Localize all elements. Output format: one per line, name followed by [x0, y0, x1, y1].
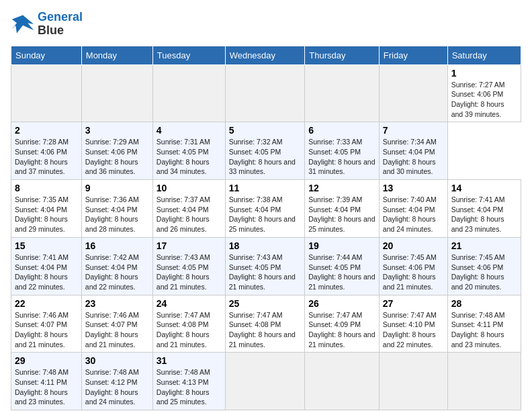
col-header-friday: Friday [379, 46, 447, 64]
day-cell-6: 6 Sunrise: 7:33 AMSunset: 4:05 PMDayligh… [305, 122, 380, 180]
logo-text: GeneralBlue [38, 11, 83, 38]
day-info: Sunrise: 7:37 AMSunset: 4:04 PMDaylight:… [157, 195, 222, 234]
day-info: Sunrise: 7:46 AMSunset: 4:07 PMDaylight:… [85, 310, 149, 350]
day-number: 8 [15, 183, 78, 193]
empty-cell [225, 64, 305, 122]
day-info: Sunrise: 7:35 AMSunset: 4:04 PMDaylight:… [15, 195, 78, 234]
day-info: Sunrise: 7:48 AMSunset: 4:11 PMDaylight:… [451, 310, 517, 350]
day-cell-1: 1 Sunrise: 7:27 AMSunset: 4:06 PMDayligh… [447, 64, 521, 122]
day-info: Sunrise: 7:45 AMSunset: 4:06 PMDaylight:… [451, 253, 517, 292]
day-number: 13 [383, 183, 444, 193]
day-number: 31 [157, 355, 222, 366]
day-cell-16: 16 Sunrise: 7:42 AMSunset: 4:04 PMDaylig… [81, 237, 152, 295]
day-number: 7 [383, 125, 444, 136]
day-info: Sunrise: 7:43 AMSunset: 4:05 PMDaylight:… [157, 253, 222, 292]
day-cell-23: 23 Sunrise: 7:46 AMSunset: 4:07 PMDaylig… [81, 295, 152, 353]
day-number: 11 [229, 183, 302, 193]
week-row-6: 29 Sunrise: 7:48 AMSunset: 4:11 PMDaylig… [11, 353, 521, 410]
day-info: Sunrise: 7:36 AMSunset: 4:04 PMDaylight:… [85, 195, 149, 234]
day-cell-10: 10 Sunrise: 7:37 AMSunset: 4:04 PMDaylig… [152, 180, 225, 238]
col-header-wednesday: Wednesday [225, 46, 305, 64]
day-info: Sunrise: 7:47 AMSunset: 4:08 PMDaylight:… [229, 310, 302, 350]
day-number: 19 [308, 240, 375, 251]
day-info: Sunrise: 7:34 AMSunset: 4:04 PMDaylight:… [383, 137, 444, 177]
calendar-table: SundayMondayTuesdayWednesdayThursdayFrid… [11, 46, 521, 411]
empty-cell [305, 353, 380, 410]
day-number: 29 [15, 355, 78, 366]
day-number: 14 [451, 183, 517, 193]
day-number: 28 [451, 298, 517, 309]
day-number: 12 [308, 183, 375, 193]
calendar-header-row: SundayMondayTuesdayWednesdayThursdayFrid… [11, 46, 521, 64]
day-cell-25: 25 Sunrise: 7:47 AMSunset: 4:08 PMDaylig… [225, 295, 305, 353]
day-cell-8: 8 Sunrise: 7:35 AMSunset: 4:04 PMDayligh… [11, 180, 82, 238]
day-cell-22: 22 Sunrise: 7:46 AMSunset: 4:07 PMDaylig… [11, 295, 82, 353]
col-header-saturday: Saturday [447, 46, 521, 64]
day-number: 16 [85, 240, 149, 251]
day-info: Sunrise: 7:47 AMSunset: 4:10 PMDaylight:… [383, 310, 444, 350]
day-info: Sunrise: 7:41 AMSunset: 4:04 PMDaylight:… [451, 195, 517, 234]
day-cell-5: 5 Sunrise: 7:32 AMSunset: 4:05 PMDayligh… [225, 122, 305, 180]
empty-cell [379, 64, 447, 122]
day-cell-21: 21 Sunrise: 7:45 AMSunset: 4:06 PMDaylig… [447, 237, 521, 295]
week-row-3: 8 Sunrise: 7:35 AMSunset: 4:04 PMDayligh… [11, 180, 521, 238]
logo-icon [11, 12, 35, 36]
col-header-thursday: Thursday [305, 46, 380, 64]
week-row-5: 22 Sunrise: 7:46 AMSunset: 4:07 PMDaylig… [11, 295, 521, 353]
day-cell-9: 9 Sunrise: 7:36 AMSunset: 4:04 PMDayligh… [81, 180, 152, 238]
page-header: GeneralBlue [11, 11, 521, 38]
empty-cell [11, 64, 82, 122]
day-info: Sunrise: 7:33 AMSunset: 4:05 PMDaylight:… [308, 137, 375, 177]
day-number: 17 [157, 240, 222, 251]
day-info: Sunrise: 7:39 AMSunset: 4:04 PMDaylight:… [308, 195, 375, 234]
day-cell-31: 31 Sunrise: 7:48 AMSunset: 4:13 PMDaylig… [152, 353, 225, 410]
day-info: Sunrise: 7:27 AMSunset: 4:06 PMDaylight:… [451, 80, 517, 120]
day-number: 1 [451, 68, 517, 79]
day-cell-4: 4 Sunrise: 7:31 AMSunset: 4:05 PMDayligh… [152, 122, 225, 180]
col-header-tuesday: Tuesday [152, 46, 225, 64]
day-info: Sunrise: 7:38 AMSunset: 4:04 PMDaylight:… [229, 195, 302, 234]
day-number: 20 [383, 240, 444, 251]
day-info: Sunrise: 7:28 AMSunset: 4:06 PMDaylight:… [15, 137, 78, 177]
day-info: Sunrise: 7:48 AMSunset: 4:13 PMDaylight:… [157, 367, 222, 407]
day-number: 24 [157, 298, 222, 309]
day-cell-20: 20 Sunrise: 7:45 AMSunset: 4:06 PMDaylig… [379, 237, 447, 295]
empty-cell [225, 353, 305, 410]
svg-marker-0 [12, 15, 34, 33]
week-row-1: 1 Sunrise: 7:27 AMSunset: 4:06 PMDayligh… [11, 64, 521, 122]
day-cell-7: 7 Sunrise: 7:34 AMSunset: 4:04 PMDayligh… [379, 122, 447, 180]
week-row-2: 2 Sunrise: 7:28 AMSunset: 4:06 PMDayligh… [11, 122, 521, 180]
day-cell-11: 11 Sunrise: 7:38 AMSunset: 4:04 PMDaylig… [225, 180, 305, 238]
day-cell-2: 2 Sunrise: 7:28 AMSunset: 4:06 PMDayligh… [11, 122, 82, 180]
day-number: 25 [229, 298, 302, 309]
day-number: 15 [15, 240, 78, 251]
week-row-4: 15 Sunrise: 7:41 AMSunset: 4:04 PMDaylig… [11, 237, 521, 295]
day-info: Sunrise: 7:45 AMSunset: 4:06 PMDaylight:… [383, 253, 444, 292]
day-cell-30: 30 Sunrise: 7:48 AMSunset: 4:12 PMDaylig… [81, 353, 152, 410]
day-number: 5 [229, 125, 302, 136]
day-info: Sunrise: 7:48 AMSunset: 4:12 PMDaylight:… [85, 367, 149, 407]
day-cell-19: 19 Sunrise: 7:44 AMSunset: 4:05 PMDaylig… [305, 237, 380, 295]
day-number: 26 [308, 298, 375, 309]
day-cell-15: 15 Sunrise: 7:41 AMSunset: 4:04 PMDaylig… [11, 237, 82, 295]
day-cell-27: 27 Sunrise: 7:47 AMSunset: 4:10 PMDaylig… [379, 295, 447, 353]
empty-cell [81, 64, 152, 122]
logo: GeneralBlue [11, 11, 83, 38]
col-header-sunday: Sunday [11, 46, 82, 64]
day-number: 30 [85, 355, 149, 366]
day-number: 18 [229, 240, 302, 251]
day-info: Sunrise: 7:48 AMSunset: 4:11 PMDaylight:… [15, 367, 78, 407]
day-cell-13: 13 Sunrise: 7:40 AMSunset: 4:04 PMDaylig… [379, 180, 447, 238]
day-cell-3: 3 Sunrise: 7:29 AMSunset: 4:06 PMDayligh… [81, 122, 152, 180]
day-number: 4 [157, 125, 222, 136]
day-cell-12: 12 Sunrise: 7:39 AMSunset: 4:04 PMDaylig… [305, 180, 380, 238]
day-info: Sunrise: 7:47 AMSunset: 4:08 PMDaylight:… [157, 310, 222, 350]
day-cell-26: 26 Sunrise: 7:47 AMSunset: 4:09 PMDaylig… [305, 295, 380, 353]
day-info: Sunrise: 7:47 AMSunset: 4:09 PMDaylight:… [308, 310, 375, 350]
col-header-monday: Monday [81, 46, 152, 64]
day-cell-28: 28 Sunrise: 7:48 AMSunset: 4:11 PMDaylig… [447, 295, 521, 353]
empty-cell [447, 353, 521, 410]
day-number: 21 [451, 240, 517, 251]
day-info: Sunrise: 7:46 AMSunset: 4:07 PMDaylight:… [15, 310, 78, 350]
day-number: 2 [15, 125, 78, 136]
